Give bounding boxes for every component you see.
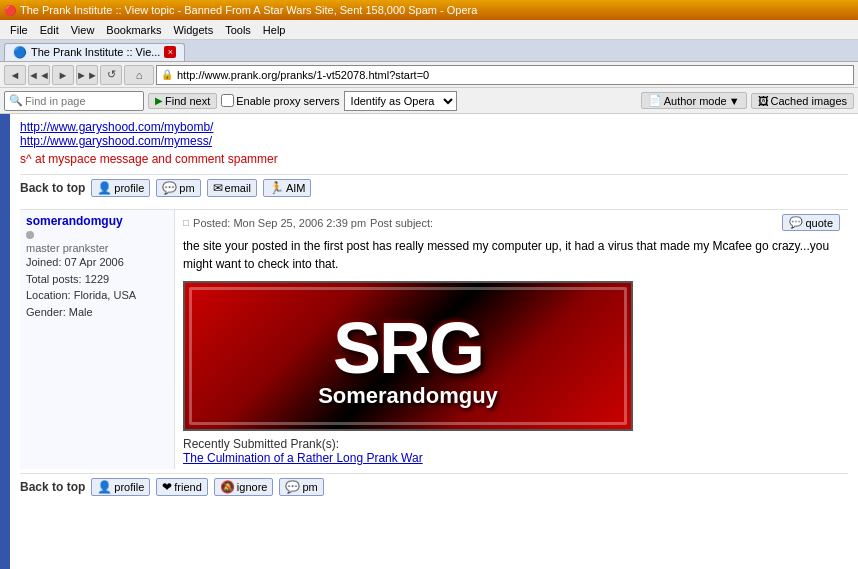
content-area: http://www.garyshood.com/mybomb/ http://… <box>0 114 858 569</box>
spam-text: s^ at myspace message and comment spamme… <box>20 152 848 166</box>
post-header: □ Posted: Mon Sep 25, 2006 2:39 pm Post … <box>183 214 840 231</box>
srg-signature-image: SRG Somerandomguy <box>183 281 633 431</box>
menu-bookmarks[interactable]: Bookmarks <box>100 22 167 38</box>
back-to-top-row-2: Back to top 👤 profile ❤ friend 🔕 ignore … <box>20 473 848 500</box>
page-icon: 📄 <box>648 94 662 107</box>
address-input[interactable] <box>177 69 849 81</box>
identity-select[interactable]: Identify as OperaIdentify as FirefoxIden… <box>345 94 456 108</box>
home-button[interactable]: ⌂ <box>124 65 154 85</box>
friend-button-2[interactable]: ❤ friend <box>156 478 208 496</box>
user-rank: master prankster <box>26 242 168 254</box>
menu-widgets[interactable]: Widgets <box>167 22 219 38</box>
search-icon: 🔍 <box>9 94 23 107</box>
ignore-icon-2: 🔕 <box>220 480 235 494</box>
post-container: somerandomguy master prankster Joined: 0… <box>20 209 848 469</box>
back-to-top-row-1: Back to top 👤 profile 💬 pm ✉ email 🏃 AIM <box>20 174 848 201</box>
srg-sub-text: Somerandomguy <box>318 383 498 409</box>
post-type-icon: □ <box>183 217 189 228</box>
pm-icon-2: 💬 <box>285 480 300 494</box>
menu-view[interactable]: View <box>65 22 101 38</box>
user-status-dot <box>26 231 34 239</box>
nav-bar: ◄ ◄◄ ► ►► ↺ ⌂ 🔒 <box>0 62 858 88</box>
user-location: Location: Florida, USA <box>26 287 168 304</box>
post-text: the site your posted in the first post h… <box>183 237 840 273</box>
main-content: http://www.garyshood.com/mybomb/ http://… <box>10 114 858 569</box>
dropdown-arrow-icon: ▼ <box>729 95 740 107</box>
srg-big-text: SRG <box>333 307 483 389</box>
tab-bar: 🔵 The Prank Institute :: Vie... × <box>0 40 858 62</box>
profile-button-1[interactable]: 👤 profile <box>91 179 150 197</box>
tab-label: The Prank Institute :: Vie... <box>31 46 160 58</box>
quote-button[interactable]: 💬 quote <box>782 214 840 231</box>
left-accent-strip <box>0 114 10 569</box>
window-title: The Prank Institute :: View topic - Bann… <box>20 4 477 16</box>
enable-proxy-label[interactable]: Enable proxy servers <box>221 94 339 107</box>
post-header-left: □ Posted: Mon Sep 25, 2006 2:39 pm Post … <box>183 217 433 229</box>
user-joined: Joined: 07 Apr 2006 <box>26 254 168 271</box>
image-icon: 🖼 <box>758 95 769 107</box>
post-username[interactable]: somerandomguy <box>26 214 168 228</box>
post-links: http://www.garyshood.com/mybomb/ http://… <box>20 120 848 148</box>
address-bar[interactable]: 🔒 <box>156 65 854 85</box>
back-button[interactable]: ◄ <box>4 65 26 85</box>
identity-selector[interactable]: Identify as OperaIdentify as FirefoxIden… <box>344 91 457 111</box>
tab-prank-institute[interactable]: 🔵 The Prank Institute :: Vie... × <box>4 43 185 61</box>
enable-proxy-checkbox[interactable] <box>221 94 234 107</box>
tab-favicon: 🔵 <box>13 46 27 59</box>
post-subject-label: Post subject: <box>370 217 433 229</box>
pm-button-2[interactable]: 💬 pm <box>279 478 323 496</box>
cached-images-button[interactable]: 🖼 Cached images <box>751 93 854 109</box>
tab-close-button[interactable]: × <box>164 46 176 58</box>
profile-button-2[interactable]: 👤 profile <box>91 478 150 496</box>
pm-button-1[interactable]: 💬 pm <box>156 179 200 197</box>
menu-bar: File Edit View Bookmarks Widgets Tools H… <box>0 20 858 40</box>
reload-button[interactable]: ↺ <box>100 65 122 85</box>
find-in-page-box[interactable]: 🔍 <box>4 91 144 111</box>
opera-icon: 🔴 <box>4 5 16 16</box>
menu-edit[interactable]: Edit <box>34 22 65 38</box>
link-mymess[interactable]: http://www.garyshood.com/mymess/ <box>20 134 848 148</box>
quote-icon: 💬 <box>789 216 803 229</box>
profile-icon-1: 👤 <box>97 181 112 195</box>
link-mybomb[interactable]: http://www.garyshood.com/mybomb/ <box>20 120 848 134</box>
profile-icon-2: 👤 <box>97 480 112 494</box>
post-content: □ Posted: Mon Sep 25, 2006 2:39 pm Post … <box>175 210 848 469</box>
prank-title-link[interactable]: The Culmination of a Rather Long Prank W… <box>183 451 840 465</box>
friend-icon-2: ❤ <box>162 480 172 494</box>
post-date: Posted: Mon Sep 25, 2006 2:39 pm <box>193 217 366 229</box>
aim-button-1[interactable]: 🏃 AIM <box>263 179 312 197</box>
post-sidebar: somerandomguy master prankster Joined: 0… <box>20 210 175 469</box>
menu-tools[interactable]: Tools <box>219 22 257 38</box>
ignore-button-2[interactable]: 🔕 ignore <box>214 478 274 496</box>
fast-forward-button[interactable]: ►► <box>76 65 98 85</box>
user-posts: Total posts: 1229 <box>26 271 168 288</box>
recently-submitted-label: Recently Submitted Prank(s): <box>183 437 840 451</box>
search-bar: 🔍 ▶ Find next Enable proxy servers Ident… <box>0 88 858 114</box>
pm-icon-1: 💬 <box>162 181 177 195</box>
forward-button[interactable]: ► <box>52 65 74 85</box>
rewind-button[interactable]: ◄◄ <box>28 65 50 85</box>
back-to-top-label-2: Back to top <box>20 480 85 494</box>
email-button-1[interactable]: ✉ email <box>207 179 257 197</box>
user-gender: Gender: Male <box>26 304 168 321</box>
title-bar: 🔴 The Prank Institute :: View topic - Ba… <box>0 0 858 20</box>
menu-file[interactable]: File <box>4 22 34 38</box>
find-input[interactable] <box>25 95 163 107</box>
back-to-top-label-1: Back to top <box>20 181 85 195</box>
address-icon: 🔒 <box>161 69 173 80</box>
find-next-button[interactable]: ▶ Find next <box>148 93 217 109</box>
author-mode-button[interactable]: 📄 Author mode ▼ <box>641 92 747 109</box>
email-icon-1: ✉ <box>213 181 223 195</box>
menu-help[interactable]: Help <box>257 22 292 38</box>
aim-icon-1: 🏃 <box>269 181 284 195</box>
play-icon: ▶ <box>155 95 163 106</box>
